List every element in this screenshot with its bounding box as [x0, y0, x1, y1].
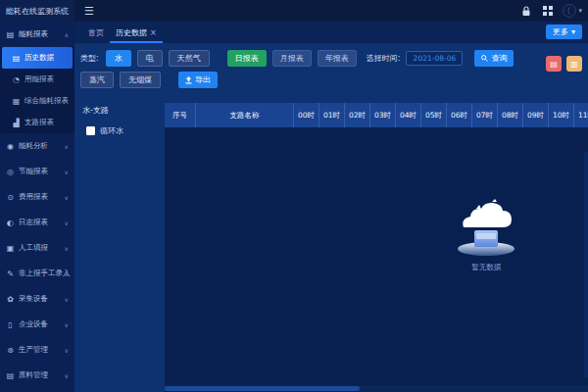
apps-grid-icon[interactable] — [541, 4, 555, 18]
table-view-button[interactable]: ▤ — [546, 56, 562, 72]
chevron-down-icon: ∨ — [65, 372, 69, 379]
magnifier-icon — [481, 55, 488, 62]
column-header-02时: 02时 — [345, 103, 370, 127]
sidebar-item-label: 采集设备 — [19, 294, 48, 304]
sidebar-item-能耗分析[interactable]: ◉能耗分析∨ — [0, 133, 74, 159]
sidebar-item-label: 日志报表 — [19, 218, 48, 227]
sidebar-group-energy-reports[interactable]: ▤能耗报表∧ — [0, 22, 74, 47]
sidebar-nav: ▤能耗报表∧▤历史数据◔用能报表▦综合能耗报表▟支路报表◉能耗分析∨◎节能报表∨… — [0, 22, 74, 392]
menu-item-icon: ◐ — [6, 219, 15, 227]
chevron-down-icon: ∨ — [65, 194, 69, 201]
menu-item-icon: ▯ — [6, 320, 15, 329]
chevron-down-icon: ∨ — [65, 296, 69, 303]
type-filter-蒸汽[interactable]: 蒸汽 — [80, 72, 114, 88]
menu-item-icon: ▟ — [12, 119, 21, 127]
column-header-05时: 05时 — [421, 103, 447, 127]
app-title: 能耗在线监测系统 — [0, 0, 74, 22]
tab-label: 历史数据 — [116, 28, 147, 37]
menu-item-icon: ✿ — [6, 295, 15, 304]
sidebar-item-label: 生产管理 — [19, 345, 48, 355]
tree-header: 水-支路 — [82, 105, 159, 116]
tab-label: 首页 — [88, 28, 104, 37]
column-header-00时: 00时 — [294, 103, 319, 127]
sidebar-item-日志报表[interactable]: ◐日志报表∨ — [0, 210, 74, 235]
more-button-label: 更多 — [553, 26, 568, 37]
lock-icon[interactable] — [519, 4, 533, 18]
tab-历史数据[interactable]: 历史数据× — [110, 27, 163, 43]
more-button[interactable]: 更多▾ — [546, 24, 582, 39]
sidebar-item-节能报表[interactable]: ◎节能报表∨ — [0, 159, 74, 184]
sidebar-item-label: 非上报手工录入 — [19, 269, 71, 278]
export-button[interactable]: 导出 — [178, 72, 218, 88]
tab-首页[interactable]: 首页 — [82, 27, 110, 43]
sidebar-item-label: 综合能耗报表 — [24, 96, 69, 106]
more-chevron-down-icon: ▾ — [571, 27, 575, 36]
chevron-up-icon: ∧ — [65, 31, 69, 38]
column-header-09时: 09时 — [523, 103, 549, 127]
chevron-down-icon: ∨ — [65, 245, 69, 252]
menu-item-icon: ▤ — [6, 371, 15, 380]
vertical-scrollbar[interactable] — [584, 152, 588, 377]
sidebar-item-生产管理[interactable]: ⊛生产管理∨ — [0, 337, 74, 363]
data-table: 序号支路名称00时01时02时03时04时05时06时07时08时09时10时1… — [165, 103, 588, 392]
tree-node-循环水[interactable]: 循环水 — [82, 125, 159, 136]
empty-state-text: 暂无数据 — [471, 263, 501, 272]
horizontal-scrollbar[interactable] — [165, 385, 588, 392]
sidebar-item-label: 历史数据 — [24, 53, 54, 63]
report-period-月报表[interactable]: 月报表 — [272, 50, 312, 67]
date-picker-input[interactable]: 2021-08-06 — [406, 51, 463, 66]
chevron-down-icon: ∨ — [65, 270, 69, 277]
menu-item-icon: ▣ — [6, 244, 15, 253]
sidebar-item-支路报表[interactable]: ▟支路报表 — [0, 112, 74, 133]
sidebar-item-成品管理[interactable]: ▥成品管理∨ — [0, 388, 74, 392]
column-header-11时: 11时 — [574, 103, 588, 127]
tree-node-checkbox[interactable] — [86, 126, 95, 135]
hamburger-menu-icon[interactable]: ☰ — [84, 6, 94, 17]
user-menu-chevron-down-icon[interactable]: ▾ — [578, 7, 582, 15]
sidebar-item-采集设备[interactable]: ✿采集设备∨ — [0, 286, 74, 312]
column-header-04时: 04时 — [396, 103, 421, 127]
chevron-down-icon: ∨ — [65, 347, 69, 354]
tree-node-label: 循环水 — [100, 125, 123, 136]
no-data-cloud-icon — [444, 198, 528, 259]
sidebar-item-label: 人工填报 — [19, 243, 48, 253]
empty-state: 暂无数据 — [444, 198, 528, 272]
menu-item-icon: ▦ — [12, 97, 21, 106]
type-filter-天然气[interactable]: 天然气 — [169, 50, 210, 67]
menu-item-icon: ◎ — [6, 168, 15, 176]
menu-item-icon: ▤ — [12, 54, 21, 63]
tab-close-icon[interactable]: × — [150, 28, 157, 37]
type-filter-无烟煤[interactable]: 无烟煤 — [120, 72, 161, 88]
column-header-03时: 03时 — [370, 103, 396, 127]
user-avatar[interactable] — [563, 4, 576, 18]
sidebar-item-综合能耗报表[interactable]: ▦综合能耗报表 — [0, 90, 74, 112]
sidebar-item-label: 能耗分析 — [19, 141, 48, 151]
main-content: 首页历史数据× 更多▾ 类型: 水电天然气日报表月报表年报表选择时间:2021-… — [74, 22, 588, 392]
upload-icon — [185, 76, 192, 84]
tab-bar: 首页历史数据× 更多▾ — [74, 22, 588, 43]
chevron-down-icon: ∨ — [65, 321, 69, 328]
sidebar-item-历史数据[interactable]: ▤历史数据 — [2, 47, 73, 69]
column-header-08时: 08时 — [498, 103, 523, 127]
horizontal-scrollbar-thumb[interactable] — [165, 386, 360, 391]
type-filter-水[interactable]: 水 — [106, 50, 131, 67]
sidebar-group-label: 能耗报表 — [19, 29, 48, 39]
sidebar-item-原料管理[interactable]: ▤原料管理∨ — [0, 363, 74, 388]
search-button[interactable]: 查询 — [474, 50, 514, 67]
column-header-01时: 01时 — [319, 103, 345, 127]
chevron-down-icon: ∨ — [65, 143, 69, 150]
report-period-日报表[interactable]: 日报表 — [227, 50, 267, 67]
sidebar-item-用能报表[interactable]: ◔用能报表 — [0, 69, 74, 90]
sidebar-item-label: 企业设备 — [19, 319, 48, 329]
report-period-年报表[interactable]: 年报表 — [318, 50, 357, 67]
sidebar-item-人工填报[interactable]: ▣人工填报∨ — [0, 235, 74, 261]
sidebar-submenu: ▤历史数据◔用能报表▦综合能耗报表▟支路报表 — [0, 47, 74, 133]
type-filter-电[interactable]: 电 — [137, 50, 163, 67]
chart-view-button[interactable]: ▥ — [566, 56, 582, 72]
sidebar-item-费用报表[interactable]: ⊙费用报表∨ — [0, 184, 74, 210]
sidebar-item-非上报手工录入[interactable]: ✎非上报手工录入∨ — [0, 261, 74, 286]
menu-item-icon: ✎ — [6, 270, 15, 278]
sidebar-item-企业设备[interactable]: ▯企业设备∨ — [0, 312, 74, 337]
menu-item-icon: ⊛ — [6, 346, 15, 355]
menu-item-icon: ◔ — [12, 75, 21, 84]
